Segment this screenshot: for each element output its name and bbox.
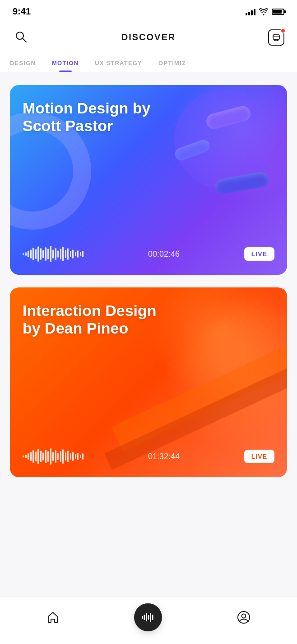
notification-dot: [280, 28, 286, 33]
signal-icon: [246, 8, 255, 15]
bottom-navigation: [0, 597, 297, 644]
main-content: Motion Design by Scott Pastor 00:02:46 L…: [0, 72, 297, 527]
svg-rect-2: [273, 35, 279, 39]
header: DISCOVER: [0, 20, 297, 53]
search-button[interactable]: [13, 28, 29, 46]
notification-icon: [272, 33, 280, 42]
card-bottom: 00:02:46 LIVE: [23, 246, 274, 262]
live-badge-2: LIVE: [244, 450, 274, 463]
status-icons: [246, 8, 284, 15]
waveform-2-display: [23, 448, 84, 465]
card-timer: 00:02:46: [148, 249, 180, 259]
svg-line-1: [23, 39, 27, 42]
search-icon: [14, 30, 27, 43]
tab-ux-strategy[interactable]: UX STRATEGY: [93, 53, 144, 72]
wifi-icon: [259, 8, 268, 15]
tab-optimize[interactable]: OPTIMIZ: [157, 53, 188, 72]
play-nav-button[interactable]: [134, 603, 162, 631]
tab-motion[interactable]: MOTION: [50, 53, 80, 72]
notification-button[interactable]: [268, 29, 284, 46]
interaction-design-card[interactable]: Interaction Design by Dean Pineo 01:32:4…: [10, 287, 287, 477]
card-title: Motion Design by Scott Pastor: [23, 99, 158, 135]
card-2-content: Interaction Design by Dean Pineo 01:32:4…: [10, 287, 287, 477]
profile-nav-item[interactable]: [237, 610, 251, 625]
profile-icon: [237, 610, 251, 625]
card-2-bottom: 01:32:44 LIVE: [23, 448, 274, 465]
svg-rect-8: [144, 615, 145, 620]
card-content: Motion Design by Scott Pastor 00:02:46 L…: [10, 85, 287, 275]
page-title: DISCOVER: [121, 32, 176, 42]
svg-point-14: [241, 614, 246, 618]
card-2-title: Interaction Design by Dean Pineo: [23, 302, 158, 337]
svg-rect-11: [150, 613, 151, 622]
motion-design-card[interactable]: Motion Design by Scott Pastor 00:02:46 L…: [10, 85, 287, 275]
tab-design[interactable]: DESIGN: [8, 53, 37, 72]
status-bar: 9:41: [0, 0, 297, 20]
battery-icon: [272, 9, 284, 15]
svg-rect-7: [142, 616, 143, 619]
category-tabs: DESIGN MOTION UX STRATEGY OPTIMIZ: [0, 53, 297, 72]
card-2-timer: 01:32:44: [148, 452, 180, 461]
svg-rect-9: [146, 613, 147, 621]
waveform-display: [23, 246, 84, 262]
svg-point-0: [16, 32, 23, 39]
svg-rect-10: [148, 615, 149, 620]
waveform-center-icon: [142, 612, 154, 622]
home-nav-item[interactable]: [46, 611, 60, 624]
live-badge: LIVE: [244, 247, 274, 261]
svg-rect-12: [152, 615, 153, 620]
status-time: 9:41: [13, 6, 31, 17]
home-icon: [46, 611, 60, 624]
